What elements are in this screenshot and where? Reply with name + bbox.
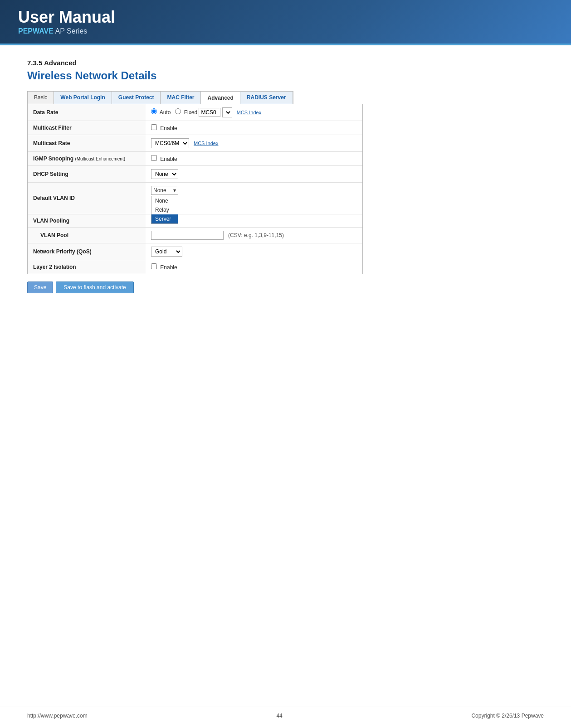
label-dhcp-setting: DHCP Setting: [28, 165, 146, 182]
row-network-priority: Network Priority (QoS) Gold Silver Bronz…: [28, 243, 362, 260]
mcs-dropdown[interactable]: ▾: [222, 107, 232, 117]
value-network-priority: Gold Silver Bronze: [146, 243, 362, 260]
main-content: 7.3.5 Advanced Wireless Network Details …: [0, 45, 571, 311]
vlan-dropdown-menu: None Relay Server: [151, 196, 178, 224]
multicast-rate-select[interactable]: MCS0/6M: [151, 138, 189, 148]
radio-auto[interactable]: [151, 108, 157, 114]
page-footer: http://www.pepwave.com 44 Copyright © 2/…: [0, 707, 571, 719]
multicast-mcs-index-link[interactable]: MCS Index: [194, 141, 218, 146]
label-multicast-filter: Multicast Filter: [28, 121, 146, 135]
vlan-pool-input[interactable]: [151, 231, 224, 240]
form-container: Data Rate Auto Fixed ▾ MCS Index: [27, 104, 363, 274]
section-heading: 7.3.5 Advanced: [27, 59, 544, 67]
brand-name: PEPWAVE: [18, 27, 54, 35]
row-vlan-pool: VLAN Pool (CSV: e.g. 1,3,9-11,15): [28, 227, 362, 243]
label-igmp-snooping: IGMP Snooping (Multicast Enhancement): [28, 151, 146, 165]
row-data-rate: Data Rate Auto Fixed ▾ MCS Index: [28, 104, 362, 121]
page-header: User Manual PEPWAVE AP Series: [0, 0, 571, 45]
save-flash-button[interactable]: Save to flash and activate: [56, 281, 133, 293]
tab-advanced[interactable]: Advanced: [201, 92, 240, 104]
row-vlan-pooling: VLAN Pooling: [28, 214, 362, 227]
row-igmp-snooping: IGMP Snooping (Multicast Enhancement) En…: [28, 151, 362, 165]
vlan-option-none[interactable]: None: [151, 196, 178, 205]
label-default-vlan-id: Default VLAN ID: [28, 182, 146, 214]
mcs-value-input[interactable]: [199, 108, 220, 117]
value-layer2-isolation: Enable: [146, 260, 362, 274]
vlan-dropdown-trigger[interactable]: None▾: [151, 186, 178, 195]
footer-copyright: Copyright © 2/26/13 Pepwave: [471, 713, 544, 719]
value-data-rate: Auto Fixed ▾ MCS Index: [146, 104, 362, 121]
label-vlan-pooling: VLAN Pooling: [28, 214, 146, 227]
row-multicast-filter: Multicast Filter Enable: [28, 121, 362, 135]
value-igmp-snooping: Enable: [146, 151, 362, 165]
multicast-filter-checkbox[interactable]: [151, 124, 157, 130]
vlan-option-relay[interactable]: Relay: [151, 205, 178, 214]
label-vlan-pool: VLAN Pool: [28, 227, 146, 243]
page-title: Wireless Network Details: [27, 69, 544, 82]
row-layer2-isolation: Layer 2 Isolation Enable: [28, 260, 362, 274]
tab-guest-protect[interactable]: Guest Protect: [112, 92, 161, 104]
footer-page-num: 44: [88, 713, 472, 719]
row-default-vlan-id: Default VLAN ID None▾ None Relay Server: [28, 182, 362, 214]
action-buttons: Save Save to flash and activate: [27, 281, 544, 293]
layer2-isolation-checkbox[interactable]: [151, 263, 157, 269]
vlan-option-server[interactable]: Server: [151, 214, 178, 223]
label-network-priority: Network Priority (QoS): [28, 243, 146, 260]
qos-select[interactable]: Gold Silver Bronze: [151, 247, 182, 257]
tab-basic[interactable]: Basic: [28, 92, 54, 104]
save-button[interactable]: Save: [27, 281, 53, 293]
value-multicast-rate: MCS0/6M MCS Index: [146, 135, 362, 151]
radio-fixed[interactable]: [175, 108, 181, 114]
label-multicast-rate: Multicast Rate: [28, 135, 146, 151]
header-title: User Manual: [18, 8, 553, 26]
tab-bar: Basic Web Portal Login Guest Protect MAC…: [27, 91, 293, 104]
footer-url: http://www.pepwave.com: [27, 713, 88, 719]
vlan-pool-hint: (CSV: e.g. 1,3,9-11,15): [228, 232, 284, 238]
value-default-vlan-id: None▾ None Relay Server: [146, 182, 362, 214]
dhcp-select[interactable]: None Relay Server: [151, 169, 178, 179]
row-dhcp-setting: DHCP Setting None Relay Server: [28, 165, 362, 182]
tab-mac-filter[interactable]: MAC Filter: [161, 92, 201, 104]
label-data-rate: Data Rate: [28, 104, 146, 121]
settings-table: Data Rate Auto Fixed ▾ MCS Index: [28, 104, 362, 274]
value-dhcp-setting: None Relay Server: [146, 165, 362, 182]
header-subtitle: PEPWAVE AP Series: [18, 27, 553, 35]
label-layer2-isolation: Layer 2 Isolation: [28, 260, 146, 274]
row-multicast-rate: Multicast Rate MCS0/6M MCS Index: [28, 135, 362, 151]
mcs-index-link[interactable]: MCS Index: [237, 110, 261, 115]
igmp-snooping-checkbox[interactable]: [151, 155, 157, 161]
value-vlan-pool: (CSV: e.g. 1,3,9-11,15): [146, 227, 362, 243]
tab-web-portal-login[interactable]: Web Portal Login: [54, 92, 112, 104]
tab-radius-server[interactable]: RADIUS Server: [240, 92, 293, 104]
value-multicast-filter: Enable: [146, 121, 362, 135]
